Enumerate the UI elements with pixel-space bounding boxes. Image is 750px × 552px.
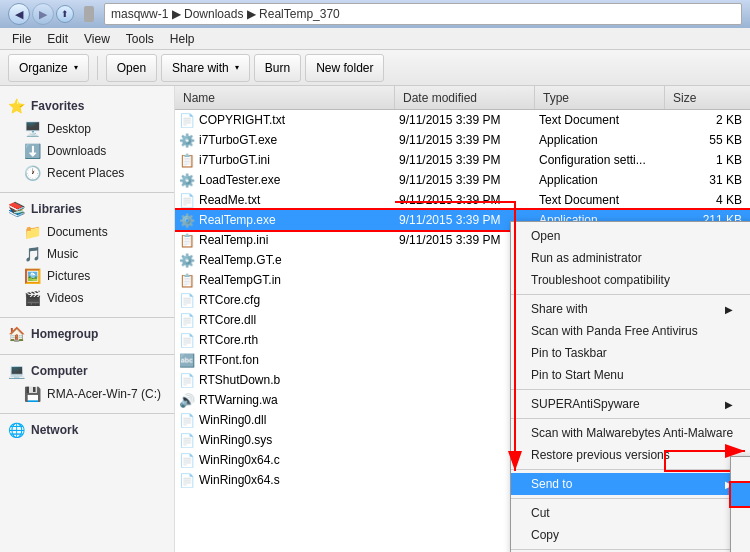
menu-tools[interactable]: Tools [118, 30, 162, 48]
file-name: LoadTester.exe [199, 173, 280, 187]
sidebar-item-recent[interactable]: 🕐 Recent Places [0, 162, 174, 184]
folder-icon [84, 6, 94, 22]
col-type-header[interactable]: Type [535, 86, 665, 109]
file-icon: 📄 [179, 433, 195, 448]
file-name: RTFont.fon [199, 353, 259, 367]
context-menu-item[interactable]: Open [511, 225, 750, 247]
file-name: RealTemp.exe [199, 213, 276, 227]
file-name: ReadMe.txt [199, 193, 260, 207]
up-button[interactable]: ⬆ [56, 5, 74, 23]
file-icon: 📋 [179, 153, 195, 168]
file-icon: 📄 [179, 333, 195, 348]
menu-help[interactable]: Help [162, 30, 203, 48]
context-menu-item[interactable]: Restore previous versions [511, 444, 750, 466]
music-icon: 🎵 [24, 246, 41, 262]
col-date-header[interactable]: Date modified [395, 86, 535, 109]
file-area: Name Date modified Type Size 📄 COPYRIGHT… [175, 86, 750, 552]
file-name: RTShutDown.b [199, 373, 280, 387]
context-menu-item[interactable]: Pin to Taskbar [511, 342, 750, 364]
menu-view[interactable]: View [76, 30, 118, 48]
burn-button[interactable]: Burn [254, 54, 301, 82]
file-icon: ⚙️ [179, 213, 195, 228]
toolbar: Organize ▾ Open Share with ▾ Burn New fo… [0, 50, 750, 86]
file-date: 9/11/2015 3:39 PM [395, 133, 535, 147]
sidebar-item-music[interactable]: 🎵 Music [0, 243, 174, 265]
computer-section: 💻 Computer 💾 RMA-Acer-Win-7 (C:) [0, 359, 174, 405]
sendto-item[interactable]: 🗜️Compressed (zipped) folder [731, 460, 750, 483]
submenu-arrow: ▶ [725, 399, 733, 410]
context-menu-item[interactable]: Share with▶ [511, 298, 750, 320]
menu-file[interactable]: File [4, 30, 39, 48]
table-row[interactable]: 📋 i7TurboGT.ini 9/11/2015 3:39 PM Config… [175, 150, 750, 170]
breadcrumb[interactable]: masqww-1 ▶ Downloads ▶ RealTemp_370 [104, 3, 742, 25]
file-icon: 📄 [179, 473, 195, 488]
table-row[interactable]: ⚙️ LoadTester.exe 9/11/2015 3:39 PM Appl… [175, 170, 750, 190]
col-size-header[interactable]: Size [665, 86, 750, 109]
forward-button[interactable]: ▶ [32, 3, 54, 25]
file-icon: 🔊 [179, 393, 195, 408]
file-name: COPYRIGHT.txt [199, 113, 285, 127]
sidebar: ⭐ Favorites 🖥️ Desktop ⬇️ Downloads 🕐 Re… [0, 86, 175, 552]
context-menu-item[interactable]: Send to▶ [511, 473, 750, 495]
network-header[interactable]: 🌐 Network [0, 418, 174, 442]
sidebar-item-videos[interactable]: 🎬 Videos [0, 287, 174, 309]
menubar: File Edit View Tools Help [0, 28, 750, 50]
context-menu-item[interactable]: Run as administrator [511, 247, 750, 269]
file-name: RealTemp.ini [199, 233, 268, 247]
sidebar-item-pictures[interactable]: 🖼️ Pictures [0, 265, 174, 287]
sendto-item[interactable]: 📠Fax recipient [731, 529, 750, 552]
desktop-label: Desktop [47, 122, 91, 136]
new-folder-button[interactable]: New folder [305, 54, 384, 82]
context-menu-item[interactable]: SUPERAntiSpyware▶ [511, 393, 750, 415]
context-menu-item[interactable]: Copy [511, 524, 750, 546]
ctx-item-label: Scan with Panda Free Antivirus [531, 324, 698, 338]
file-icon: 📄 [179, 313, 195, 328]
file-name: i7TurboGT.ini [199, 153, 270, 167]
file-name: i7TurboGT.exe [199, 133, 277, 147]
homegroup-header[interactable]: 🏠 Homegroup [0, 322, 174, 346]
toolbar-separator-1 [97, 56, 98, 80]
sendto-item[interactable]: 🖥️Desktop (create shortcut) [731, 483, 750, 506]
file-icon: 🔤 [179, 353, 195, 368]
menu-edit[interactable]: Edit [39, 30, 76, 48]
file-name: RTCore.dll [199, 313, 256, 327]
sidebar-item-desktop[interactable]: 🖥️ Desktop [0, 118, 174, 140]
file-size: 1 KB [665, 153, 750, 167]
organize-arrow: ▾ [74, 63, 78, 72]
nav-controls: ◀ ▶ ⬆ [8, 3, 74, 25]
organize-button[interactable]: Organize ▾ [8, 54, 89, 82]
computer-header[interactable]: 💻 Computer [0, 359, 174, 383]
ctx-item-label: Share with [531, 302, 588, 316]
ctx-item-label: Open [531, 229, 560, 243]
context-menu-item[interactable]: Cut [511, 502, 750, 524]
organize-label: Organize [19, 61, 68, 75]
sidebar-item-documents[interactable]: 📁 Documents [0, 221, 174, 243]
ctx-item-label: Restore previous versions [531, 448, 670, 462]
file-name: WinRing0.sys [199, 433, 272, 447]
table-row[interactable]: ⚙️ i7TurboGT.exe 9/11/2015 3:39 PM Appli… [175, 130, 750, 150]
file-size: 55 KB [665, 133, 750, 147]
drive-icon: 💾 [24, 386, 41, 402]
context-menu-item[interactable]: Scan with Malwarebytes Anti-Malware [511, 422, 750, 444]
file-icon: ⚙️ [179, 133, 195, 148]
favorites-label: Favorites [31, 99, 84, 113]
share-with-button[interactable]: Share with ▾ [161, 54, 250, 82]
libraries-header: 📚 Libraries [0, 197, 174, 221]
sidebar-item-rma[interactable]: 💾 RMA-Acer-Win-7 (C:) [0, 383, 174, 405]
file-icon: 📄 [179, 293, 195, 308]
file-name: RealTempGT.in [199, 273, 281, 287]
context-menu-item[interactable]: Scan with Panda Free Antivirus [511, 320, 750, 342]
context-menu-divider [511, 498, 750, 499]
sendto-item[interactable]: 📁Documents [731, 506, 750, 529]
sidebar-item-downloads[interactable]: ⬇️ Downloads [0, 140, 174, 162]
context-menu-item[interactable]: Pin to Start Menu [511, 364, 750, 386]
col-name-header[interactable]: Name [175, 86, 395, 109]
table-row[interactable]: 📄 COPYRIGHT.txt 9/11/2015 3:39 PM Text D… [175, 110, 750, 130]
table-row[interactable]: 📄 ReadMe.txt 9/11/2015 3:39 PM Text Docu… [175, 190, 750, 210]
file-name: WinRing0x64.c [199, 453, 280, 467]
back-button[interactable]: ◀ [8, 3, 30, 25]
star-icon: ⭐ [8, 98, 25, 114]
open-button[interactable]: Open [106, 54, 157, 82]
context-menu-item[interactable]: Troubleshoot compatibility [511, 269, 750, 291]
main-area: ⭐ Favorites 🖥️ Desktop ⬇️ Downloads 🕐 Re… [0, 86, 750, 552]
